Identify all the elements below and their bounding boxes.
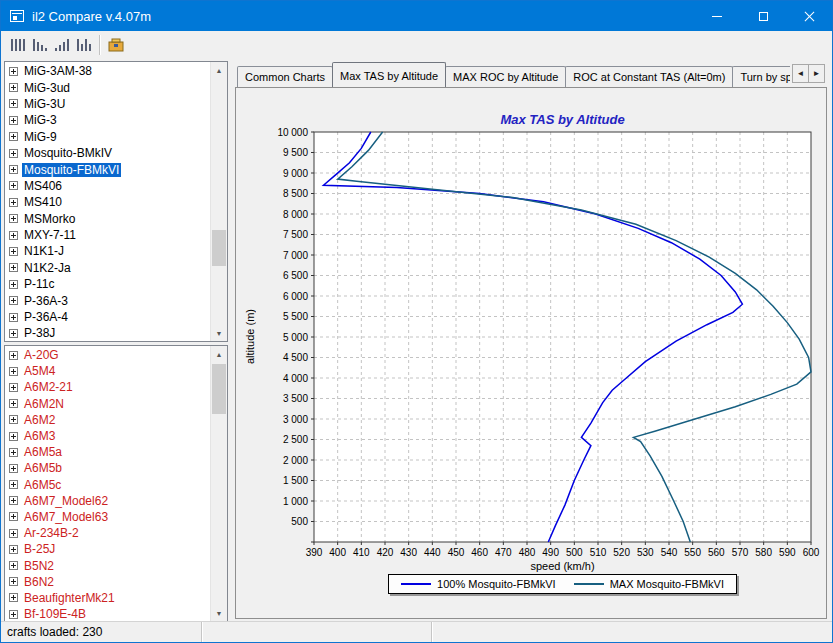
tree-item[interactable]: A6M2-21 — [5, 379, 210, 395]
tree-item[interactable]: Mosquito-FBMkVI — [5, 161, 210, 177]
expand-plus-icon[interactable] — [9, 610, 18, 619]
tree-item[interactable]: A6M7_Model63 — [5, 509, 210, 525]
tab-common-charts[interactable]: Common Charts — [237, 66, 333, 87]
scroll-up-button[interactable]: ▲ — [211, 346, 227, 362]
expand-plus-icon[interactable] — [9, 99, 18, 108]
tree-item[interactable]: A6M2N — [5, 396, 210, 412]
scrollbar-thumb[interactable] — [212, 364, 226, 414]
expand-plus-icon[interactable] — [9, 198, 18, 207]
tree-item[interactable]: N1K2-Ja — [5, 260, 210, 276]
bars-icon-1[interactable] — [6, 34, 28, 56]
tab-scroll-left-button[interactable]: ◄ — [792, 64, 809, 83]
expand-plus-icon[interactable] — [9, 545, 18, 554]
tab-turn-by-speed-alt[interactable]: Turn by speed (Alt= — [732, 66, 790, 87]
left-arrow-icon: ◄ — [797, 69, 805, 78]
expand-plus-icon[interactable] — [9, 367, 18, 376]
scrollbar-thumb[interactable] — [212, 230, 226, 266]
tree-item[interactable]: B5N2 — [5, 557, 210, 573]
tree-item[interactable]: MXY-7-11 — [5, 227, 210, 243]
tree-item[interactable]: A5M4 — [5, 363, 210, 379]
tree-item[interactable]: A6M3 — [5, 428, 210, 444]
expand-plus-icon[interactable] — [9, 329, 18, 338]
expand-plus-icon[interactable] — [9, 496, 18, 505]
tree-item[interactable]: MiG-3 — [5, 112, 210, 128]
expand-plus-icon[interactable] — [9, 280, 18, 289]
close-button[interactable] — [786, 1, 832, 31]
maximize-button[interactable] — [740, 1, 786, 31]
minimize-button[interactable] — [694, 1, 740, 31]
expand-plus-icon[interactable] — [9, 116, 18, 125]
expand-plus-icon[interactable] — [9, 231, 18, 240]
expand-plus-icon[interactable] — [9, 313, 18, 322]
expand-plus-icon[interactable] — [9, 296, 18, 305]
expand-plus-icon[interactable] — [9, 512, 18, 521]
expand-plus-icon[interactable] — [9, 448, 18, 457]
expand-plus-icon[interactable] — [9, 415, 18, 424]
scroll-down-button[interactable]: ▼ — [211, 605, 227, 621]
tree-item[interactable]: BeaufighterMk21 — [5, 590, 210, 606]
tree-item[interactable]: A6M5b — [5, 460, 210, 476]
tab-max-roc-by-altitude[interactable]: MAX ROC by Altitude — [445, 66, 566, 87]
tree-item-label: BeaufighterMk21 — [22, 591, 117, 605]
expand-plus-icon[interactable] — [9, 132, 18, 141]
tree-item-label: Mosquito-BMkIV — [22, 146, 114, 160]
tree-item[interactable]: A-20G — [5, 347, 210, 363]
expand-plus-icon[interactable] — [9, 263, 18, 272]
expand-plus-icon[interactable] — [9, 383, 18, 392]
tree-item[interactable]: P-11c — [5, 276, 210, 292]
tree-item[interactable]: Mosquito-BMkIV — [5, 145, 210, 161]
tree-item[interactable]: MiG-3ud — [5, 79, 210, 95]
scroll-down-button[interactable]: ▼ — [211, 325, 227, 341]
tree-item[interactable]: P-38J — [5, 325, 210, 341]
tab-scroll-right-button[interactable]: ► — [808, 64, 825, 83]
expand-plus-icon[interactable] — [9, 165, 18, 174]
bars-icon-3[interactable] — [50, 34, 72, 56]
tree-item[interactable]: P-36A-4 — [5, 309, 210, 325]
svg-text:460: 460 — [471, 547, 488, 558]
expand-plus-icon[interactable] — [9, 181, 18, 190]
tree-item-label: A-20G — [22, 348, 61, 362]
tree-item[interactable]: Bf-109E-4B — [5, 606, 210, 621]
tree-top-scrollbar[interactable]: ▲ ▼ — [210, 62, 227, 341]
tree-item[interactable]: A6M2 — [5, 412, 210, 428]
expand-plus-icon[interactable] — [9, 561, 18, 570]
expand-plus-icon[interactable] — [9, 149, 18, 158]
scroll-up-button[interactable]: ▲ — [211, 62, 227, 78]
expand-plus-icon[interactable] — [9, 480, 18, 489]
expand-plus-icon[interactable] — [9, 214, 18, 223]
tree-item[interactable]: Ar-234B-2 — [5, 525, 210, 541]
svg-text:480: 480 — [519, 547, 536, 558]
expand-plus-icon[interactable] — [9, 432, 18, 441]
tree-item[interactable]: A6M5c — [5, 477, 210, 493]
expand-plus-icon[interactable] — [9, 399, 18, 408]
tree-item[interactable]: B6N2 — [5, 574, 210, 590]
tree-item[interactable]: A6M5a — [5, 444, 210, 460]
svg-text:440: 440 — [424, 547, 441, 558]
tree-item[interactable]: N1K1-J — [5, 243, 210, 259]
bars-icon-2[interactable] — [28, 34, 50, 56]
minimize-icon — [712, 16, 722, 17]
tab-max-tas-by-altitude[interactable]: Max TAS by Altitude — [332, 62, 446, 87]
expand-plus-icon[interactable] — [9, 351, 18, 360]
tree-bottom-scrollbar[interactable]: ▲ ▼ — [210, 346, 227, 621]
expand-plus-icon[interactable] — [9, 464, 18, 473]
tab-roc-at-constant-tas-alt-0m[interactable]: ROC at Constant TAS (Alt=0m) — [565, 66, 733, 87]
tree-item[interactable]: P-36A-3 — [5, 292, 210, 308]
expand-plus-icon[interactable] — [9, 529, 18, 538]
tree-item[interactable]: MiG-9 — [5, 129, 210, 145]
toolbox-icon[interactable] — [105, 34, 127, 56]
tree-item[interactable]: MiG-3U — [5, 96, 210, 112]
expand-plus-icon[interactable] — [9, 593, 18, 602]
tree-item[interactable]: MS406 — [5, 178, 210, 194]
expand-plus-icon[interactable] — [9, 577, 18, 586]
tree-item-label: A6M7_Model62 — [22, 494, 110, 508]
tree-item[interactable]: MS410 — [5, 194, 210, 210]
tree-item[interactable]: MSMorko — [5, 211, 210, 227]
expand-plus-icon[interactable] — [9, 67, 18, 76]
tree-item[interactable]: B-25J — [5, 541, 210, 557]
tree-item[interactable]: A6M7_Model62 — [5, 493, 210, 509]
expand-plus-icon[interactable] — [9, 83, 18, 92]
bars-icon-4[interactable] — [72, 34, 94, 56]
tree-item[interactable]: MiG-3AM-38 — [5, 63, 210, 79]
expand-plus-icon[interactable] — [9, 247, 18, 256]
